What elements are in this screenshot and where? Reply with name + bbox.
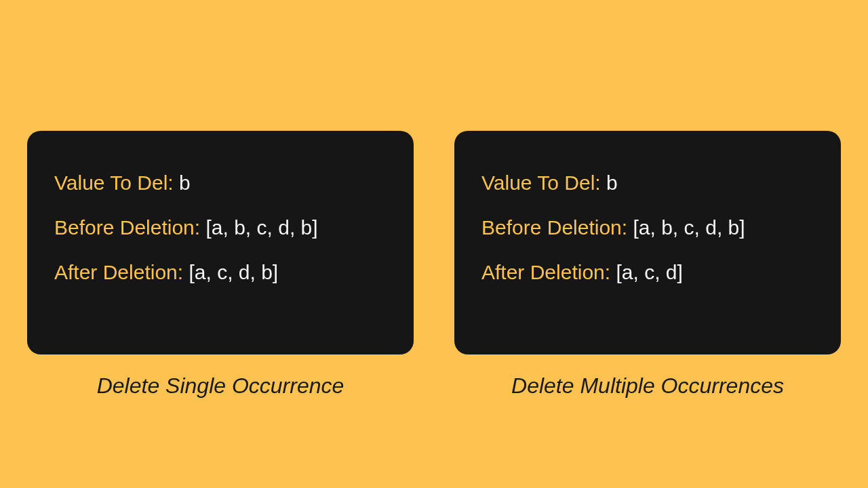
single-occurrence-card: Value To Del: b Before Deletion: [a, b, …	[27, 131, 414, 354]
before-deletion-value: [a, b, c, d, b]	[205, 216, 317, 239]
value-to-del-value: b	[179, 171, 191, 194]
after-deletion-label: After Deletion:	[481, 261, 610, 283]
right-caption: Delete Multiple Occurrences	[511, 373, 784, 399]
before-deletion-line: Before Deletion: [a, b, c, d, b]	[481, 216, 814, 239]
value-to-del-label: Value To Del:	[481, 171, 601, 194]
after-deletion-label: After Deletion:	[54, 261, 183, 283]
before-deletion-line: Before Deletion: [a, b, c, d, b]	[54, 216, 387, 239]
left-column: Value To Del: b Before Deletion: [a, b, …	[27, 131, 414, 399]
after-deletion-line: After Deletion: [a, c, d, b]	[54, 261, 387, 284]
value-to-del-line: Value To Del: b	[54, 171, 387, 195]
right-column: Value To Del: b Before Deletion: [a, b, …	[454, 131, 841, 399]
after-deletion-value: [a, c, d, b]	[189, 261, 278, 283]
value-to-del-value: b	[606, 171, 618, 194]
value-to-del-line: Value To Del: b	[481, 171, 814, 195]
value-to-del-label: Value To Del:	[54, 171, 174, 194]
before-deletion-label: Before Deletion:	[481, 216, 627, 239]
after-deletion-value: [a, c, d]	[616, 261, 682, 283]
left-caption: Delete Single Occurrence	[97, 373, 344, 399]
before-deletion-value: [a, b, c, d, b]	[633, 216, 745, 239]
multiple-occurrence-card: Value To Del: b Before Deletion: [a, b, …	[454, 131, 841, 354]
after-deletion-line: After Deletion: [a, c, d]	[481, 261, 814, 284]
before-deletion-label: Before Deletion:	[54, 216, 200, 239]
